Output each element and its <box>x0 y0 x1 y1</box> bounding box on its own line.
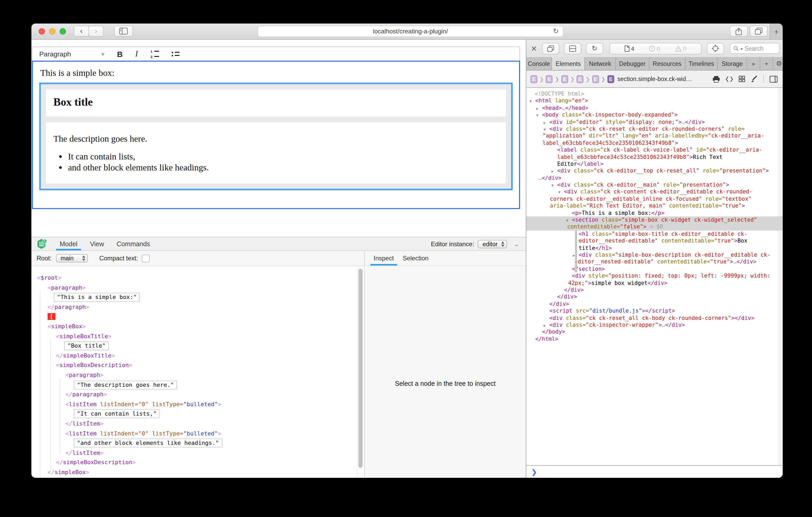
model-node-line[interactable]: </listItem> <box>31 419 364 429</box>
minimize-window-button[interactable] <box>49 28 55 34</box>
dom-node-line[interactable]: <div class="ck ck-reset_all ck-body ck-r… <box>526 314 783 322</box>
dom-node-line[interactable]: …</div> <box>526 174 783 181</box>
breadcrumb-item[interactable]: E ❯ <box>546 75 561 83</box>
model-node-line[interactable]: </simpleBoxDescription> <box>31 458 364 468</box>
tab-overflow-button[interactable]: » <box>747 57 760 70</box>
model-node-line[interactable]: <simpleBoxDescription> <box>31 361 364 371</box>
breadcrumb-item[interactable]: E ❯ <box>607 75 614 83</box>
issues-summary[interactable]: 4 0 <box>610 42 702 54</box>
share-button[interactable] <box>730 26 748 37</box>
dom-node-line[interactable]: ▼<div class="ck ck-reset ck-editor ck-ro… <box>526 125 783 132</box>
model-node-line[interactable]: "The description goes here." <box>31 380 364 390</box>
editor-paragraph[interactable]: This is a simple box: <box>40 68 513 79</box>
dom-node-line[interactable]: <p>This is a simple box:</p> <box>526 209 783 216</box>
dom-node-line[interactable]: ▼<html lang="en"> <box>526 97 783 104</box>
model-node-line[interactable]: </paragraph> <box>31 303 364 312</box>
devtools-tab[interactable]: Debugger <box>616 57 649 70</box>
devtools-search-field[interactable]: ▼ Search <box>730 43 780 54</box>
dom-node-line[interactable]: title</h1> <box>526 244 783 251</box>
dom-node-line[interactable]: contenteditable="false"> = $0 <box>526 223 783 231</box>
new-tab-button[interactable]: + <box>770 24 783 39</box>
dom-node-line[interactable]: ▶<div class="ck-inspector-wrapper">…</di… <box>526 322 783 329</box>
dom-node-line[interactable]: aria-label="Rich Text Editor, main" cont… <box>526 203 783 210</box>
dom-node-line[interactable]: ▼<div class="ck ck-content ck-editor__ed… <box>526 188 783 195</box>
reload-page-button[interactable]: ↻ <box>586 42 603 54</box>
dom-node-line[interactable]: ▶<div class="ck ck-editor__top ck-reset_… <box>526 168 783 175</box>
panel-tab[interactable]: Selection <box>403 251 429 266</box>
devtools-tab[interactable]: Network <box>585 57 616 70</box>
dock-side-button[interactable] <box>564 42 581 54</box>
devtools-tab[interactable]: Elements <box>552 57 585 70</box>
model-node-line[interactable]: <simpleBoxTitle> <box>31 332 364 341</box>
model-node-line[interactable]: </paragraph> <box>31 390 364 400</box>
model-node-line[interactable]: <simpleBox> <box>31 322 364 332</box>
element-picker-button[interactable] <box>707 42 724 54</box>
dom-node-line[interactable]: </html> <box>526 335 783 342</box>
dom-node-line[interactable]: ▶<head>…</head> <box>526 104 783 112</box>
model-node-line[interactable]: <listItem listIndent="0" listType="bulle… <box>31 400 364 409</box>
details-sidebar-toggle[interactable] <box>770 75 778 82</box>
dom-node-line[interactable]: </div> <box>526 294 783 301</box>
dom-node-line[interactable]: </div> <box>526 300 783 307</box>
inspector-tab[interactable]: Commands <box>117 237 150 250</box>
panel-tab[interactable]: Inspect <box>374 251 394 266</box>
model-node-line[interactable]: [ <box>31 312 364 322</box>
simple-box-widget[interactable]: Box title The description goes here. It … <box>39 83 513 190</box>
numbered-list-button[interactable]: 1 2 <box>150 50 159 58</box>
add-devtools-tab-button[interactable]: + <box>760 57 773 70</box>
dom-node-line[interactable]: corners ck-editor__editable_inline ck-fo… <box>526 195 783 203</box>
dom-node-line[interactable]: ▼<body class="ck-inspector-body-expanded… <box>526 111 783 118</box>
root-select[interactable]: main <box>56 254 88 263</box>
dom-node-line[interactable]: <label class="ck ck-label ck-voice-label… <box>526 146 783 153</box>
dom-node-line[interactable]: ▶<div class="simple-box-description ck-e… <box>526 251 783 258</box>
breadcrumb-item[interactable]: E ❯ <box>592 75 607 83</box>
code-brackets-icon[interactable] <box>726 76 733 82</box>
dom-node-line[interactable]: <script src="dist/bundle.js"></script> <box>526 307 783 314</box>
dom-node-line[interactable]: editor__nested-editable" contenteditable… <box>526 237 783 244</box>
close-window-button[interactable] <box>39 28 45 34</box>
dom-node-line[interactable]: <!DOCTYPE html> <box>526 90 783 97</box>
devtools-settings-button[interactable]: ⚙ <box>773 57 783 70</box>
dom-node-line[interactable]: editor__nested-editable" contenteditable… <box>526 258 783 266</box>
model-node-line[interactable]: "and other block elements like headings.… <box>31 438 364 448</box>
breadcrumb-item[interactable]: E ❯ <box>530 75 546 83</box>
editor-content[interactable]: This is a simple box: Box title The desc… <box>32 61 520 209</box>
devtools-tab[interactable]: Timelines <box>686 57 718 70</box>
back-button[interactable]: ‹ <box>74 26 89 37</box>
print-styles-button[interactable] <box>713 75 720 82</box>
dom-node-line[interactable]: </div> <box>526 286 783 294</box>
console-prompt-row[interactable]: ❯ <box>526 465 783 478</box>
widget-description-text[interactable]: The description goes here. <box>53 134 147 144</box>
dom-node-line[interactable]: label_e63cbbfece34c53ce23501062343f49b8"… <box>526 139 783 146</box>
paragraph-dropdown[interactable]: Paragraph ˅ <box>39 50 105 58</box>
model-tree[interactable]: <$root><paragraph>"This is a simple box:… <box>31 266 365 478</box>
reload-icon[interactable]: ↻ <box>553 27 559 35</box>
dom-node-line[interactable]: ▶<div id="editor" style="display: none;"… <box>526 118 783 125</box>
widget-title[interactable]: Box title <box>46 89 506 117</box>
dom-node-line[interactable]: ▼<section class="simple-box ck-widget ck… <box>526 216 783 223</box>
dom-node-line[interactable]: </section> <box>526 266 783 273</box>
styles-brush-icon[interactable] <box>751 75 758 82</box>
dom-node-line[interactable]: 42px;">simple box widget</div> <box>526 279 783 286</box>
dom-tree[interactable]: <!DOCTYPE html>▼<html lang="en">▶<head>…… <box>526 88 783 465</box>
editor-instance-select[interactable]: editor <box>478 240 507 248</box>
devtools-tab[interactable]: Resources <box>649 57 686 70</box>
widget-description[interactable]: The description goes here. It can contai… <box>46 122 506 183</box>
dom-node-line[interactable]: ▼<div class="ck ck-editor__main" role="p… <box>526 181 783 188</box>
model-node-line[interactable]: </listItem> <box>31 448 364 458</box>
italic-button[interactable]: I <box>135 49 138 59</box>
zoom-window-button[interactable] <box>60 28 66 34</box>
model-node-line[interactable]: "It can contain lists," <box>31 409 364 419</box>
model-node-line[interactable]: <paragraph> <box>31 283 364 293</box>
widget-bullet-item[interactable]: It can contain lists, <box>68 152 499 162</box>
breadcrumb-item[interactable]: E ❯ <box>561 75 577 83</box>
model-node-line[interactable]: </simpleBoxTitle> <box>31 351 364 361</box>
close-devtools-button[interactable]: ✕ <box>530 44 537 53</box>
collapse-inspector-button[interactable]: ⌄ <box>514 240 520 248</box>
model-node-line[interactable]: <$root> <box>31 273 364 283</box>
grid-layout-icon[interactable] <box>739 76 745 82</box>
compact-text-checkbox[interactable] <box>142 254 149 262</box>
devtools-tab[interactable]: Console <box>526 57 552 70</box>
dom-node-line[interactable]: label_e63cbbfece34c53ce23501062343f49b8"… <box>526 153 783 160</box>
dom-node-line[interactable]: <h1 class="simple-box-title ck-editor__e… <box>526 231 783 238</box>
